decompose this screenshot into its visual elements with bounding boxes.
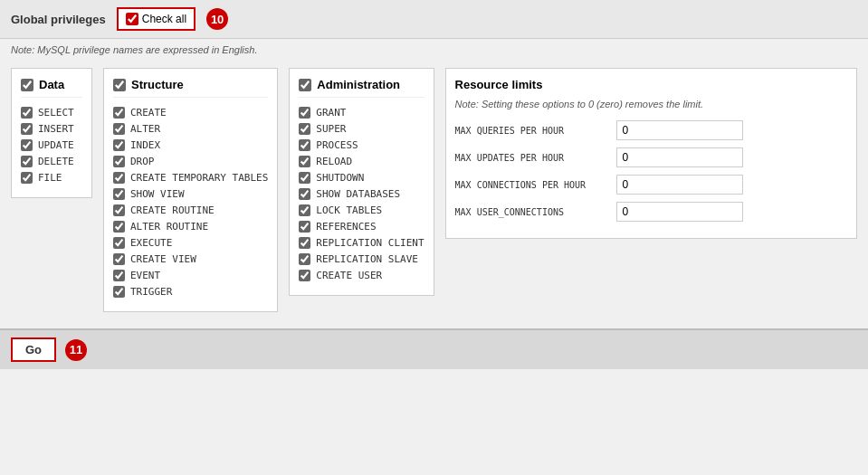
main-content: Data SELECT INSERT UPDATE DELETE FILE St… — [0, 61, 868, 319]
administration-section: Administration GRANT SUPER PROCESS RELOA… — [289, 68, 434, 296]
header-bar: Global privileges Check all 10 — [0, 0, 868, 39]
shutdown-checkbox[interactable] — [299, 172, 310, 184]
structure-section-header: Structure — [113, 78, 268, 98]
go-button[interactable]: Go — [11, 337, 56, 362]
max-connections-row: MAX CONNECTIONS PER HOUR — [455, 175, 847, 195]
index-checkbox[interactable] — [113, 139, 125, 151]
list-item: REPLICATION CLIENT — [299, 237, 424, 249]
max-user-connections-row: MAX USER_CONNECTIONS — [455, 202, 847, 222]
list-item: EVENT — [113, 270, 268, 281]
data-items: SELECT INSERT UPDATE DELETE FILE — [21, 107, 82, 184]
data-section-checkbox[interactable] — [21, 79, 33, 91]
administration-section-header: Administration — [299, 78, 424, 98]
update-checkbox[interactable] — [21, 139, 33, 151]
list-item: CREATE USER — [299, 270, 424, 281]
trigger-checkbox[interactable] — [113, 286, 125, 298]
delete-checkbox[interactable] — [21, 156, 33, 167]
administration-items: GRANT SUPER PROCESS RELOAD SHUTDOWN SHOW… — [299, 107, 424, 281]
check-all-text: Check all — [142, 13, 186, 25]
create-user-checkbox[interactable] — [299, 270, 310, 281]
list-item: EXECUTE — [113, 237, 268, 249]
max-updates-input[interactable] — [616, 147, 743, 167]
create-routine-checkbox[interactable] — [113, 204, 125, 216]
create-temp-checkbox[interactable] — [113, 172, 125, 184]
insert-checkbox[interactable] — [21, 123, 33, 135]
list-item: RELOAD — [299, 156, 424, 167]
max-connections-input[interactable] — [616, 175, 743, 195]
create-checkbox[interactable] — [113, 107, 125, 119]
reload-checkbox[interactable] — [299, 156, 310, 167]
grant-checkbox[interactable] — [299, 107, 310, 119]
max-queries-input[interactable] — [616, 120, 743, 140]
structure-section: Structure CREATE ALTER INDEX DROP CREATE… — [103, 68, 278, 312]
list-item: SUPER — [299, 123, 424, 135]
max-updates-row: MAX UPDATES PER HOUR — [455, 147, 847, 167]
file-checkbox[interactable] — [21, 172, 33, 184]
resource-limits-title: Resource limits — [455, 78, 847, 91]
create-view-checkbox[interactable] — [113, 253, 125, 265]
data-section-header: Data — [21, 78, 82, 98]
resource-limits-section: Resource limits Note: Setting these opti… — [445, 68, 857, 239]
note-text: Note: MySQL privilege names are expresse… — [0, 39, 868, 61]
data-section-label: Data — [39, 78, 64, 91]
show-databases-checkbox[interactable] — [299, 188, 310, 200]
administration-section-checkbox[interactable] — [299, 79, 311, 91]
list-item: LOCK TABLES — [299, 204, 424, 216]
list-item: SHOW VIEW — [113, 188, 268, 200]
list-item: SHUTDOWN — [299, 172, 424, 184]
list-item: TRIGGER — [113, 286, 268, 298]
max-updates-label: MAX UPDATES PER HOUR — [455, 153, 609, 163]
process-checkbox[interactable] — [299, 139, 310, 151]
alter-routine-checkbox[interactable] — [113, 221, 125, 233]
max-user-connections-input[interactable] — [616, 202, 743, 222]
max-connections-label: MAX CONNECTIONS PER HOUR — [455, 180, 609, 190]
execute-checkbox[interactable] — [113, 237, 125, 249]
administration-section-label: Administration — [317, 78, 400, 91]
drop-checkbox[interactable] — [113, 156, 125, 167]
list-item: SHOW DATABASES — [299, 188, 424, 200]
data-section: Data SELECT INSERT UPDATE DELETE FILE — [11, 68, 92, 198]
list-item: INDEX — [113, 139, 268, 151]
structure-items: CREATE ALTER INDEX DROP CREATE TEMPORARY… — [113, 107, 268, 298]
list-item: CREATE TEMPORARY TABLES — [113, 172, 268, 184]
list-item: SELECT — [21, 107, 82, 119]
list-item: CREATE — [113, 107, 268, 119]
resource-limits-note: Note: Setting these options to 0 (zero) … — [455, 99, 847, 109]
page-wrapper: Global privileges Check all 10 Note: MyS… — [0, 0, 868, 369]
references-checkbox[interactable] — [299, 221, 310, 233]
check-all-label[interactable]: Check all — [117, 7, 196, 31]
max-queries-label: MAX QUERIES PER HOUR — [455, 126, 609, 136]
list-item: ALTER ROUTINE — [113, 221, 268, 233]
list-item: DROP — [113, 156, 268, 167]
structure-section-checkbox[interactable] — [113, 79, 126, 91]
list-item: REPLICATION SLAVE — [299, 253, 424, 265]
list-item: INSERT — [21, 123, 82, 135]
select-checkbox[interactable] — [21, 107, 33, 119]
page-title: Global privileges — [11, 13, 106, 26]
footer-bar: Go 11 — [0, 328, 868, 369]
super-checkbox[interactable] — [299, 123, 310, 135]
list-item: CREATE ROUTINE — [113, 204, 268, 216]
check-all-checkbox[interactable] — [126, 13, 138, 25]
lock-tables-checkbox[interactable] — [299, 204, 310, 216]
show-view-checkbox[interactable] — [113, 188, 125, 200]
replication-client-checkbox[interactable] — [299, 237, 310, 249]
replication-slave-checkbox[interactable] — [299, 253, 310, 265]
max-user-connections-label: MAX USER_CONNECTIONS — [455, 207, 609, 217]
list-item: REFERENCES — [299, 221, 424, 233]
footer-badge: 11 — [65, 339, 87, 361]
list-item: FILE — [21, 172, 82, 184]
list-item: ALTER — [113, 123, 268, 135]
list-item: UPDATE — [21, 139, 82, 151]
event-checkbox[interactable] — [113, 270, 125, 281]
max-queries-row: MAX QUERIES PER HOUR — [455, 120, 847, 140]
list-item: CREATE VIEW — [113, 253, 268, 265]
alter-checkbox[interactable] — [113, 123, 125, 135]
structure-section-label: Structure — [131, 78, 184, 91]
list-item: GRANT — [299, 107, 424, 119]
list-item: DELETE — [21, 156, 82, 167]
header-badge: 10 — [206, 8, 228, 30]
list-item: PROCESS — [299, 139, 424, 151]
